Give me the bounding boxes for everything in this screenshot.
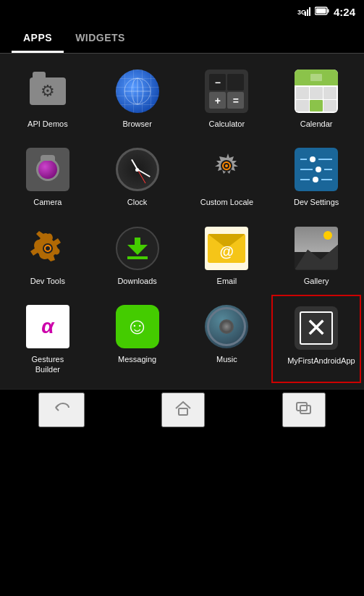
svg-rect-17 bbox=[179, 408, 187, 415]
calendar-icon bbox=[293, 68, 339, 114]
app-gestures-builder[interactable]: α Gestures Builder bbox=[3, 295, 93, 384]
svg-rect-6 bbox=[316, 8, 326, 13]
messaging-label: Messaging bbox=[118, 354, 156, 364]
svg-rect-19 bbox=[300, 406, 310, 414]
app-calculator[interactable]: − + = Calculator bbox=[182, 59, 272, 138]
home-button[interactable] bbox=[161, 393, 205, 427]
app-api-demos[interactable]: ⚙ API Demos bbox=[3, 59, 93, 138]
custom-locale-icon bbox=[203, 146, 250, 193]
dev-tools-label: Dev Tools bbox=[30, 276, 65, 286]
app-dev-tools[interactable]: Dev Tools bbox=[3, 217, 93, 295]
music-icon bbox=[203, 303, 250, 350]
music-label: Music bbox=[216, 354, 237, 364]
dev-settings-label: Dev Settings bbox=[294, 197, 339, 207]
api-demos-icon: ⚙ bbox=[25, 68, 71, 114]
gestures-builder-label: Gestures Builder bbox=[19, 354, 77, 375]
downloads-label: Downloads bbox=[117, 276, 156, 286]
downloads-icon bbox=[114, 225, 161, 272]
svg-rect-18 bbox=[297, 403, 307, 411]
browser-icon bbox=[114, 68, 161, 114]
email-label: Email bbox=[217, 276, 237, 286]
camera-icon-img bbox=[25, 146, 71, 193]
app-dev-settings[interactable]: Dev Settings bbox=[271, 138, 361, 216]
browser-label: Browser bbox=[122, 119, 151, 129]
gallery-icon bbox=[293, 225, 339, 272]
battery-icon bbox=[315, 7, 329, 17]
dev-settings-icon bbox=[293, 146, 339, 193]
status-bar: 3G 4:24 bbox=[0, 0, 364, 23]
app-myfirst-android[interactable]: ✕ MyFirstAndroidApp bbox=[271, 295, 361, 384]
clock-icon-img bbox=[114, 146, 161, 193]
app-calendar[interactable]: Calendar bbox=[271, 59, 361, 138]
nav-bar bbox=[0, 389, 364, 429]
custom-locale-label: Custom Locale bbox=[200, 197, 253, 207]
clock-status: 4:24 bbox=[334, 6, 355, 18]
app-browser[interactable]: Browser bbox=[93, 59, 182, 138]
app-email[interactable]: @ Email bbox=[182, 217, 272, 295]
signal-icon: 3G bbox=[297, 6, 310, 18]
messaging-icon: ☺ bbox=[114, 303, 161, 350]
gestures-builder-icon: α bbox=[25, 303, 71, 350]
app-clock[interactable]: Clock bbox=[93, 138, 182, 216]
svg-rect-5 bbox=[327, 9, 329, 12]
svg-rect-3 bbox=[309, 7, 310, 16]
svg-rect-2 bbox=[307, 9, 308, 16]
calculator-label: Calculator bbox=[209, 119, 245, 129]
app-camera[interactable]: Camera bbox=[3, 138, 93, 216]
app-custom-locale[interactable]: Custom Locale bbox=[182, 138, 272, 216]
dev-tools-icon bbox=[25, 225, 71, 272]
tab-bar: APPS WIDGETS bbox=[0, 23, 364, 54]
svg-rect-11 bbox=[310, 74, 322, 81]
app-downloads[interactable]: Downloads bbox=[93, 217, 182, 295]
back-button[interactable] bbox=[38, 393, 85, 427]
recent-apps-button[interactable] bbox=[282, 393, 326, 427]
gallery-label: Gallery bbox=[304, 276, 329, 286]
clock-label: Clock bbox=[127, 197, 148, 207]
tab-widgets[interactable]: WIDGETS bbox=[64, 23, 137, 53]
app-gallery[interactable]: Gallery bbox=[271, 217, 361, 295]
calculator-icon: − + = bbox=[203, 68, 250, 114]
myfirst-android-icon: ✕ bbox=[293, 305, 339, 351]
myfirst-android-label: MyFirstAndroidApp bbox=[287, 356, 345, 366]
camera-label: Camera bbox=[33, 197, 62, 207]
app-music[interactable]: Music bbox=[182, 295, 272, 384]
svg-rect-1 bbox=[305, 12, 306, 16]
api-demos-label: API Demos bbox=[27, 119, 68, 129]
tab-apps[interactable]: APPS bbox=[12, 23, 64, 53]
app-grid: ⚙ API Demos Browser − bbox=[0, 54, 364, 389]
calendar-label: Calendar bbox=[300, 119, 333, 129]
svg-point-14 bbox=[225, 164, 228, 167]
email-icon: @ bbox=[203, 225, 250, 272]
app-messaging[interactable]: ☺ Messaging bbox=[93, 295, 182, 384]
